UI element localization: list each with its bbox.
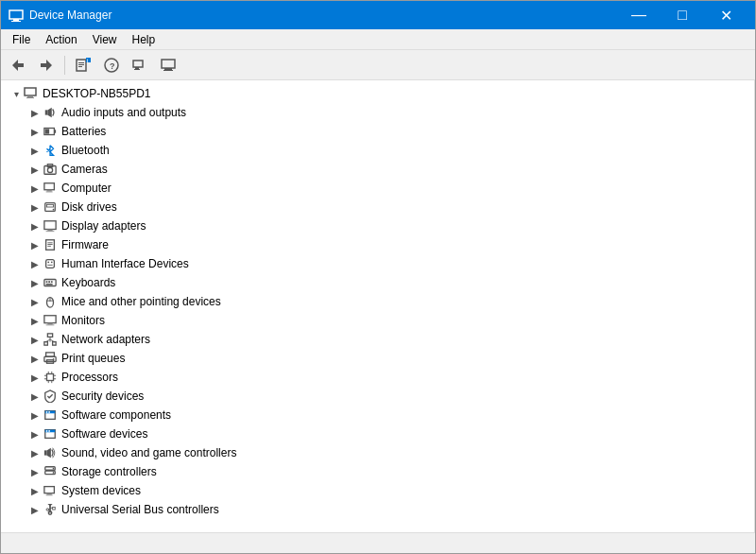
expand-icon[interactable]: ▶: [27, 237, 43, 252]
usb-icon: [43, 502, 58, 517]
keyboard-icon: [43, 275, 58, 290]
expand-icon[interactable]: ▶: [27, 275, 43, 290]
svg-rect-41: [47, 244, 52, 245]
item-label: Monitors: [61, 314, 105, 327]
tree-item[interactable]: ▶Computer: [1, 179, 754, 198]
expand-icon[interactable]: ▶: [27, 256, 43, 271]
svg-rect-16: [162, 60, 175, 68]
svg-point-35: [53, 209, 55, 211]
expand-icon[interactable]: ▶: [27, 143, 43, 158]
tree-root[interactable]: ▾ DESKTOP-NB55PD1: [1, 84, 754, 103]
menu-action[interactable]: Action: [38, 31, 84, 48]
expand-icon[interactable]: ▶: [27, 483, 43, 498]
computer-icon: [24, 86, 39, 101]
expand-icon[interactable]: ▶: [27, 445, 43, 460]
svg-rect-21: [26, 97, 34, 98]
menu-view[interactable]: View: [85, 31, 125, 48]
item-label: Bluetooth: [61, 144, 110, 157]
expand-icon[interactable]: ▶: [27, 370, 43, 385]
svg-rect-34: [47, 204, 54, 207]
close-button[interactable]: ✕: [704, 1, 747, 29]
tree-item[interactable]: ▶Batteries: [1, 122, 754, 141]
show-hidden-button[interactable]: [127, 53, 153, 78]
tree-item[interactable]: ▶Display adapters: [1, 216, 754, 235]
expand-icon[interactable]: ▶: [27, 124, 43, 139]
computer-icon: [43, 181, 58, 196]
tree-view[interactable]: ▾ DESKTOP-NB55PD1 ▶Audio inputs and outp…: [1, 80, 755, 532]
tree-item[interactable]: ▶Monitors: [1, 311, 754, 330]
svg-rect-68: [47, 374, 54, 381]
item-label: Software devices: [61, 427, 147, 441]
svg-rect-40: [47, 242, 52, 243]
expand-icon[interactable]: ▶: [27, 105, 43, 120]
expand-icon[interactable]: ▶: [27, 181, 43, 196]
expand-icon[interactable]: ▶: [27, 464, 43, 479]
svg-rect-14: [135, 67, 139, 69]
title-bar: Device Manager — □ ✕: [1, 1, 755, 29]
network-icon: [43, 332, 58, 347]
menu-file[interactable]: File: [5, 31, 38, 48]
tree-item[interactable]: ▶Network adapters: [1, 330, 754, 349]
expand-icon[interactable]: ▶: [27, 426, 43, 441]
expand-icon[interactable]: ▶: [27, 218, 43, 234]
tree-items-container: ▶Audio inputs and outputs▶Batteries▶Blue…: [1, 103, 754, 519]
expand-icon[interactable]: ▶: [27, 313, 43, 328]
tree-item[interactable]: ▶Software components: [1, 406, 754, 424]
svg-rect-0: [9, 10, 23, 19]
tree-item[interactable]: ▶Software devices: [1, 424, 754, 443]
back-button[interactable]: [5, 53, 31, 78]
tree-item[interactable]: ▶Print queues: [1, 349, 754, 368]
svg-point-44: [47, 261, 49, 263]
svg-rect-57: [46, 324, 55, 325]
menu-help[interactable]: Help: [125, 31, 163, 48]
svg-rect-17: [164, 68, 172, 70]
mouse-icon: [43, 294, 58, 309]
update-driver-button[interactable]: ?: [98, 53, 125, 78]
security-icon: [43, 389, 58, 404]
tree-item[interactable]: ▶Human Interface Devices: [1, 254, 754, 273]
svg-rect-59: [44, 342, 48, 346]
item-label: Universal Serial Bus controllers: [61, 503, 219, 516]
show-properties-button[interactable]: i: [70, 53, 96, 78]
tree-item[interactable]: ▶Processors: [1, 368, 754, 387]
processor-icon: [43, 370, 58, 385]
tree-item[interactable]: ▶Keyboards: [1, 273, 754, 292]
tree-item[interactable]: ▶Security devices: [1, 387, 754, 406]
maximize-button[interactable]: □: [661, 1, 704, 29]
item-label: Storage controllers: [61, 465, 157, 478]
tree-item[interactable]: ▶Storage controllers: [1, 462, 754, 481]
expand-icon[interactable]: ▶: [27, 199, 43, 215]
expand-icon[interactable]: ▶: [27, 294, 43, 309]
svg-marker-4: [41, 60, 52, 71]
forward-button[interactable]: [33, 53, 60, 78]
svg-rect-42: [47, 246, 51, 247]
tree-item[interactable]: ▶Mice and other pointing devices: [1, 292, 754, 311]
tree-item[interactable]: ▶Universal Serial Bus controllers: [1, 500, 754, 519]
minimize-button[interactable]: —: [617, 1, 661, 29]
expand-icon[interactable]: ▶: [27, 502, 43, 517]
expand-icon[interactable]: ▶: [27, 162, 43, 177]
root-expand-icon[interactable]: ▾: [9, 86, 24, 101]
tree-item[interactable]: ▶Sound, video and game controllers: [1, 443, 754, 462]
svg-rect-36: [44, 221, 56, 230]
tree-item[interactable]: ▶Firmware: [1, 235, 754, 254]
svg-rect-96: [53, 507, 56, 510]
tree-item[interactable]: ▶Cameras: [1, 160, 754, 179]
tree-item[interactable]: ▶System devices: [1, 481, 754, 500]
svg-rect-50: [51, 281, 53, 283]
expand-icon[interactable]: ▶: [27, 389, 43, 404]
item-label: Batteries: [61, 125, 106, 138]
expand-icon[interactable]: ▶: [27, 351, 43, 366]
software-icon: [43, 407, 58, 423]
svg-rect-56: [47, 323, 52, 325]
tree-item[interactable]: ▶Audio inputs and outputs: [1, 103, 754, 122]
hid-icon: [43, 256, 58, 271]
tree-item[interactable]: ▶Bluetooth: [1, 141, 754, 160]
window-title: Device Manager: [29, 9, 617, 22]
menu-bar: File Action View Help: [1, 29, 755, 50]
expand-icon[interactable]: ▶: [27, 407, 43, 423]
expand-icon[interactable]: ▶: [27, 332, 43, 347]
tree-item[interactable]: ▶Disk drives: [1, 198, 754, 216]
svg-text:?: ?: [110, 61, 115, 71]
scan-changes-button[interactable]: [155, 53, 181, 78]
